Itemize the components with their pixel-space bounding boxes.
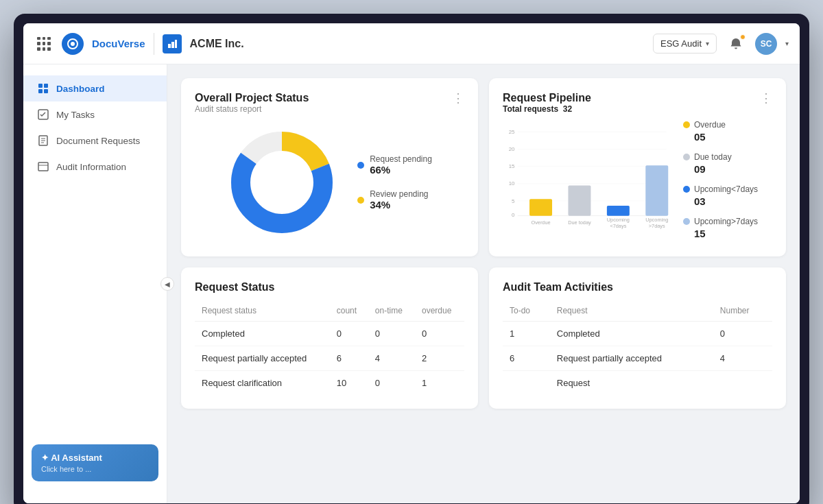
sidebar: ◀ Dashboard <box>23 64 167 503</box>
ontime-partially: 4 <box>368 346 415 371</box>
legend-review-pending-block: Review pending 34% <box>370 189 428 211</box>
audit-icon <box>37 160 49 173</box>
audit-team-activities-card: Audit Team Activities To-do Request Numb… <box>489 267 786 409</box>
svg-rect-31 <box>529 199 552 215</box>
overall-project-more-icon[interactable]: ⋮ <box>452 92 464 104</box>
overdue-clarification: 1 <box>415 371 464 396</box>
pipeline-total-value: 32 <box>563 104 572 114</box>
svg-rect-5 <box>38 84 43 88</box>
donut-chart-container: Request pending 66% Review pending 34% <box>195 128 464 237</box>
audit-team-header-row: To-do Request Number <box>503 300 772 322</box>
overall-project-status-card: Overall Project Status Audit status repo… <box>181 78 478 256</box>
chevron-down-icon: ▾ <box>706 40 709 47</box>
top-cards-row: Overall Project Status Audit status repo… <box>181 78 786 256</box>
legend-review-pending-label: Review pending <box>370 189 428 199</box>
legend-item-request-pending: Request pending 66% <box>357 154 432 176</box>
count-clarification: 10 <box>330 371 368 396</box>
app-grid-icon[interactable] <box>34 34 53 53</box>
count-completed: 0 <box>330 322 368 346</box>
count-partially: 6 <box>330 346 368 371</box>
user-menu-chevron[interactable]: ▾ <box>785 40 789 47</box>
svg-rect-7 <box>38 89 43 93</box>
svg-rect-34 <box>645 165 668 215</box>
audit-todo-2: 6 <box>503 346 550 371</box>
svg-text:5: 5 <box>512 198 515 204</box>
main-layout: ◀ Dashboard <box>23 64 800 503</box>
svg-rect-6 <box>44 84 48 88</box>
company-name: ACME Inc. <box>190 38 244 50</box>
ai-assistant-subtitle: Click here to ... <box>41 465 149 473</box>
bar-chart-svg: 25 20 15 10 5 0 <box>503 117 669 240</box>
dot-upcoming-7 <box>683 186 690 193</box>
sidebar-item-audit-information-label: Audit Information <box>56 162 126 172</box>
overall-project-status-title: Overall Project Status <box>195 92 309 104</box>
ai-assistant-title: ✦ AI Assistant <box>41 453 149 463</box>
dashboard-icon <box>37 82 49 95</box>
svg-rect-8 <box>44 89 48 93</box>
header-right: ESG Audit ▾ SC ▾ <box>653 33 789 55</box>
document-icon <box>37 134 49 147</box>
col-todo: To-do <box>503 300 550 322</box>
svg-text:Upcoming: Upcoming <box>645 217 668 223</box>
sidebar-collapse-button[interactable]: ◀ <box>160 277 174 291</box>
col-number: Number <box>713 300 772 322</box>
col-request: Request <box>550 300 713 322</box>
notification-badge <box>740 34 746 40</box>
company-icon <box>163 34 182 53</box>
svg-rect-4 <box>175 40 177 48</box>
sidebar-item-dashboard[interactable]: Dashboard <box>23 75 167 101</box>
content-area: Overall Project Status Audit status repo… <box>167 64 800 503</box>
request-pipeline-total: Total requests 32 <box>503 104 591 114</box>
sidebar-item-document-requests[interactable]: Document Requests <box>23 128 167 154</box>
legend-request-pending-label: Request pending <box>370 154 432 164</box>
audit-selector-label: ESG Audit <box>660 38 702 49</box>
ontime-clarification: 0 <box>368 371 415 396</box>
audit-number-1: 0 <box>713 322 772 346</box>
sidebar-item-my-tasks[interactable]: My Tasks <box>23 101 167 128</box>
bar-chart-main: 25 20 15 10 5 0 <box>503 117 669 243</box>
status-completed: Completed <box>195 322 330 346</box>
status-partially: Request partially accepted <box>195 346 330 371</box>
bar-chart-area: 25 20 15 10 5 0 <box>503 117 772 243</box>
pipeline-more-icon[interactable]: ⋮ <box>760 92 772 104</box>
legend-request-pending-block: Request pending 66% <box>370 154 432 176</box>
pipeline-total-prefix: Total requests <box>503 104 558 114</box>
donut-legend: Request pending 66% Review pending 34% <box>357 154 432 211</box>
svg-text:20: 20 <box>509 146 515 152</box>
audit-team-table: To-do Request Number 1 Completed 0 <box>503 300 772 395</box>
table-row: Completed 0 0 0 <box>195 322 464 346</box>
request-pipeline-header: Request Pipeline Total requests 32 ⋮ <box>503 92 772 114</box>
notifications-button[interactable] <box>725 33 747 55</box>
svg-text:Overdue: Overdue <box>531 219 550 226</box>
user-avatar[interactable]: SC <box>755 33 777 55</box>
legend-upcoming-7plus: Upcoming>7days 15 <box>683 217 772 239</box>
audit-selector[interactable]: ESG Audit ▾ <box>653 34 717 53</box>
audit-request-1: Completed <box>550 322 713 346</box>
svg-text:25: 25 <box>509 129 515 135</box>
header-left: DocuVerse ACME Inc. <box>34 33 645 55</box>
svg-rect-32 <box>568 186 591 216</box>
dot-due-today <box>683 154 690 160</box>
sidebar-item-document-requests-label: Document Requests <box>56 136 140 146</box>
table-row: 6 Request partially accepted 4 <box>503 346 772 371</box>
audit-team-activities-title: Audit Team Activities <box>503 281 772 293</box>
app-header: DocuVerse ACME Inc. ESG Audit ▾ <box>23 23 800 64</box>
svg-text:Due today: Due today <box>568 219 591 226</box>
legend-request-pending-pct: 66% <box>370 164 432 176</box>
sidebar-item-audit-information[interactable]: Audit Information <box>23 154 167 180</box>
svg-rect-33 <box>607 206 630 216</box>
legend-upcoming-7plus-value: 15 <box>694 228 772 239</box>
status-clarification: Request clarification <box>195 371 330 396</box>
svg-rect-14 <box>38 163 48 171</box>
ai-assistant-button[interactable]: ✦ AI Assistant Click here to ... <box>32 444 158 481</box>
overall-project-status-title-block: Overall Project Status Audit status repo… <box>195 92 309 125</box>
request-status-header-row: Request status count on-time overdue <box>195 300 464 322</box>
svg-text:0: 0 <box>512 212 515 218</box>
sidebar-wrapper: ◀ Dashboard <box>23 64 167 503</box>
legend-overdue-label: Overdue <box>694 120 726 130</box>
svg-text:Upcoming: Upcoming <box>607 217 630 223</box>
svg-text:15: 15 <box>509 163 515 169</box>
sidebar-item-dashboard-label: Dashboard <box>56 84 105 94</box>
audit-number-3 <box>713 371 772 396</box>
legend-upcoming-7-value: 03 <box>694 195 772 207</box>
